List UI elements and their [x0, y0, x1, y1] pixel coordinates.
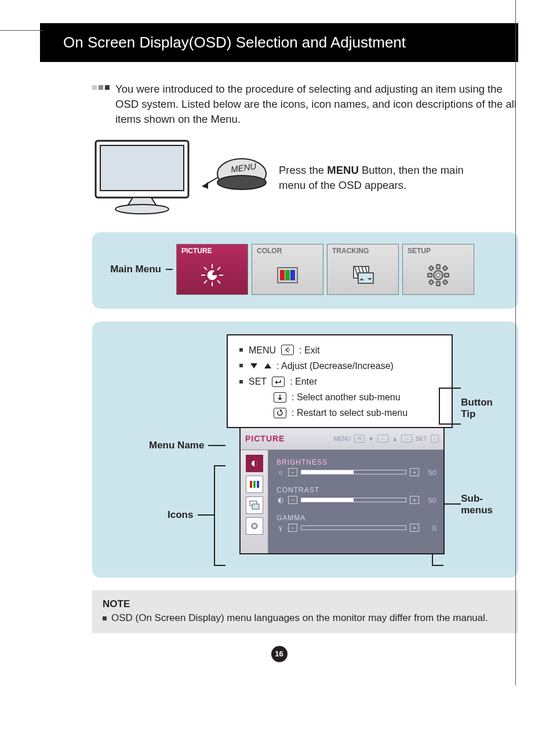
slider-bar[interactable]	[301, 525, 406, 530]
menu-button-callout: MENU	[202, 151, 272, 205]
icons-label: Icons	[168, 509, 193, 521]
plus-icon[interactable]: +	[410, 468, 419, 476]
svg-rect-46	[257, 481, 259, 488]
svg-rect-35	[443, 280, 448, 284]
right-mini-icon: →	[401, 434, 412, 443]
svg-rect-31	[436, 282, 440, 286]
svg-rect-37	[429, 280, 434, 284]
osd-title-bar: PICTURE MENU⟲ ▼← ▲→ SET↓	[241, 428, 443, 450]
callout-line	[432, 565, 443, 566]
sub-menus-label: Sub- menus	[461, 493, 493, 517]
color-icon	[252, 257, 323, 294]
intro-paragraph: You were introduced to the procedure of …	[92, 82, 518, 127]
contrast-icon: ◐	[276, 496, 285, 504]
down-mini-icon: ↓	[431, 434, 439, 443]
button-tip-box: MENU : Exit : Adjust (Decrease/Increase)…	[227, 334, 453, 428]
left-mini-icon: ←	[377, 434, 388, 443]
svg-rect-36	[443, 266, 448, 271]
main-menu-item-label: TRACKING	[328, 244, 398, 257]
page-title: On Screen Display(OSD) Selection and Adj…	[40, 23, 518, 62]
minus-icon[interactable]: −	[288, 468, 297, 476]
sun-icon: ☼	[276, 468, 285, 476]
svg-rect-32	[428, 273, 432, 277]
main-menu-item-tracking[interactable]: TRACKING	[327, 244, 399, 295]
side-color-icon[interactable]	[246, 476, 263, 493]
main-menu-panel: Main Menu PICTURE	[92, 232, 518, 309]
gamma-icon: γ	[276, 524, 285, 532]
svg-point-2	[115, 204, 169, 214]
minus-icon[interactable]: −	[288, 524, 297, 532]
svg-point-38	[289, 349, 290, 350]
minus-icon[interactable]: −	[288, 496, 297, 504]
intro-text: You were introduced to the procedure of …	[115, 82, 518, 127]
side-setup-icon[interactable]	[246, 517, 263, 535]
svg-rect-45	[253, 481, 256, 488]
decorative-rule	[515, 0, 516, 685]
main-menu-item-label: COLOR	[252, 244, 323, 257]
button-tip-label: Button Tip	[461, 397, 493, 421]
triangle-down-icon	[250, 363, 257, 368]
restart-icon	[274, 408, 286, 418]
plus-icon[interactable]: +	[410, 524, 419, 532]
main-menu-item-label: SETUP	[403, 244, 474, 257]
triangle-up-icon	[264, 363, 271, 368]
tip-restart: : Restart to select sub-menu	[239, 405, 443, 421]
tip-select: : Select another sub-menu	[239, 389, 443, 405]
main-menu-item-setup[interactable]: SETUP	[402, 244, 474, 295]
monitor-illustration	[92, 137, 202, 218]
svg-marker-41	[278, 398, 282, 400]
setting-value: 0	[423, 524, 436, 532]
picture-icon	[177, 257, 248, 294]
osd-setting-brightness[interactable]: BRIGHTNESS ☼ − + 50	[276, 458, 436, 477]
svg-line-12	[204, 267, 207, 270]
callout-line	[214, 465, 225, 466]
osd-menu-name: PICTURE	[245, 434, 285, 443]
main-menu-items: PICTURE COLOR	[176, 244, 474, 295]
arrow-down-icon	[274, 392, 286, 403]
callout-line	[214, 565, 225, 566]
osd-side-icons	[241, 450, 268, 553]
bullet-square-icon	[103, 616, 107, 620]
main-menu-item-picture[interactable]: PICTURE	[176, 244, 248, 295]
callout-line	[443, 503, 461, 505]
svg-rect-17	[280, 270, 285, 280]
bullet-squares-icon	[92, 85, 110, 90]
callout-line	[439, 423, 461, 425]
osd-setting-contrast[interactable]: CONTRAST ◐ − + 50	[276, 486, 436, 505]
decorative-rule	[0, 30, 43, 31]
menu-name-label: Menu Name	[149, 440, 204, 451]
setting-name: BRIGHTNESS	[276, 458, 436, 466]
svg-rect-19	[290, 270, 295, 280]
main-menu-label: Main Menu	[106, 264, 161, 275]
side-picture-icon[interactable]	[246, 455, 263, 472]
press-instruction: Press the MENU Button, then the main men…	[279, 163, 464, 193]
tip-set: SET : Enter	[239, 374, 443, 389]
slider-bar[interactable]	[301, 498, 406, 502]
osd-topbar-buttons: MENU⟲ ▼← ▲→ SET↓	[334, 434, 439, 443]
svg-marker-39	[275, 381, 277, 384]
enter-icon	[272, 377, 285, 387]
callout-line	[208, 445, 225, 446]
tracking-icon	[328, 257, 398, 294]
main-menu-item-label: PICTURE	[177, 244, 248, 257]
note-title: NOTE	[103, 598, 508, 610]
svg-point-6	[217, 176, 266, 189]
main-menu-item-color[interactable]: COLOR	[252, 244, 323, 295]
tip-adjust: : Adjust (Decrease/Increase)	[239, 358, 443, 374]
svg-rect-33	[445, 273, 449, 277]
plus-icon[interactable]: +	[410, 496, 419, 504]
slider-bar[interactable]	[301, 470, 406, 474]
svg-rect-44	[250, 481, 252, 488]
setting-value: 50	[423, 468, 436, 477]
callout-line	[198, 514, 214, 516]
svg-point-50	[253, 525, 256, 527]
setting-name: CONTRAST	[276, 486, 436, 494]
exit-mini-icon: ⟲	[354, 434, 365, 443]
callout-line	[439, 388, 440, 423]
note-box: NOTE OSD (On Screen Display) menu langua…	[92, 590, 518, 633]
callout-line	[214, 465, 215, 566]
side-tracking-icon[interactable]	[246, 496, 263, 514]
osd-setting-gamma[interactable]: GAMMA γ − + 0	[276, 514, 436, 532]
gear-icon	[403, 257, 474, 294]
monitor-illustration-block: MENU Press the MENU Button, then the mai…	[92, 137, 518, 218]
